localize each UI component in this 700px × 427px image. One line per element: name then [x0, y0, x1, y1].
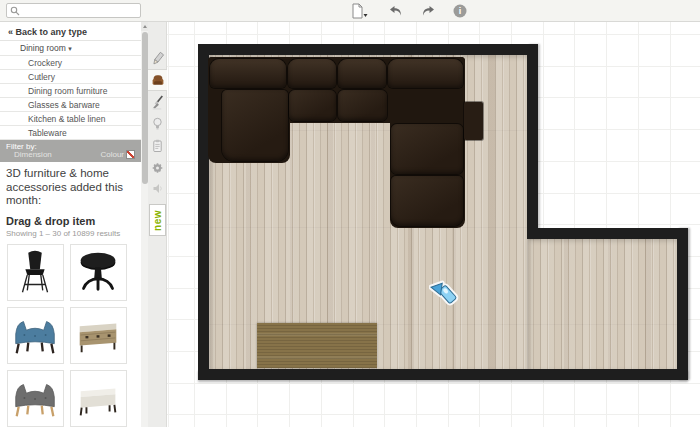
results-count: Showing 1 – 30 of 10899 results — [0, 227, 141, 241]
speaker-icon — [152, 182, 164, 195]
category-dining-room[interactable]: Dining room ▾ — [0, 41, 141, 56]
no-colour-icon — [126, 150, 135, 159]
search-icon — [10, 6, 20, 16]
drag-drop-label: Drag & drop item — [0, 208, 141, 227]
sofa-chaise-cushion — [222, 90, 288, 161]
black-cafe-chair[interactable] — [7, 244, 64, 301]
sofa-seat-cushion — [289, 90, 336, 121]
sound-tool[interactable] — [148, 179, 167, 197]
room-planner-app: i « Back to any type Dining room ▾ Crock… — [0, 0, 700, 427]
wall-right-lower[interactable] — [677, 228, 688, 380]
review-tool[interactable] — [148, 135, 167, 157]
category-crockery[interactable]: Crockery — [0, 56, 141, 70]
floorplan-canvas[interactable] — [167, 22, 700, 427]
category-kitchen-table-linen[interactable]: Kitchen & table linen — [0, 112, 141, 126]
black-round-table[interactable] — [70, 244, 127, 301]
search-box[interactable] — [6, 3, 141, 18]
category-tableware[interactable]: Tableware — [0, 126, 141, 140]
redo-button[interactable] — [418, 2, 438, 20]
sofa-seat-cushion — [391, 124, 463, 174]
sofa-back-cushion — [288, 59, 336, 88]
sofa-seat-cushion — [391, 176, 463, 226]
lightbulb-icon — [151, 117, 164, 131]
gear-icon — [151, 161, 164, 175]
sectional-sofa[interactable] — [208, 57, 465, 228]
sofa-back-cushion — [388, 59, 463, 88]
grey-tufted-bench[interactable] — [7, 370, 64, 427]
search-input[interactable] — [20, 6, 130, 16]
wall-notch[interactable] — [527, 228, 688, 239]
pencil-icon — [151, 51, 165, 66]
category-dining-room-furniture[interactable]: Dining room furniture — [0, 84, 141, 98]
wall-bottom[interactable] — [198, 369, 688, 380]
svg-text:i: i — [459, 6, 462, 16]
paint-tool[interactable] — [148, 91, 167, 113]
storage-bench[interactable] — [70, 307, 127, 364]
scrollbar-thumb[interactable] — [142, 32, 148, 184]
new-badge[interactable]: new — [149, 204, 166, 236]
sofa-seat-cushion — [338, 90, 387, 121]
blue-tufted-bench[interactable] — [7, 307, 64, 364]
walls-tool[interactable] — [148, 47, 167, 69]
mode-toolbar: new — [148, 22, 167, 427]
camera-view-marker[interactable] — [429, 275, 465, 311]
filter-bar: Filter by: Dimension Colour — [0, 140, 141, 162]
sofa-back-cushion — [210, 59, 286, 88]
clipboard-icon — [151, 139, 164, 153]
sidebar: « Back to any type Dining room ▾ Crocker… — [0, 22, 141, 427]
lighting-tool[interactable] — [148, 113, 167, 135]
side-table[interactable] — [464, 102, 483, 140]
promo-heading: 3D furniture & home accessories added th… — [0, 162, 141, 208]
room-floor-extension[interactable] — [527, 239, 677, 369]
info-button[interactable]: i — [450, 2, 470, 20]
undo-button[interactable] — [386, 2, 406, 20]
filter-colour[interactable]: Colour — [100, 150, 135, 159]
filter-dimension[interactable]: Dimension — [14, 150, 52, 159]
wall-right-upper[interactable] — [527, 44, 538, 239]
product-grid — [0, 241, 141, 427]
settings-tool[interactable] — [148, 157, 167, 179]
chevron-down-icon: ▾ — [68, 45, 72, 52]
furniture-tool[interactable] — [148, 69, 167, 91]
armchair-icon — [151, 74, 165, 87]
category-cutlery[interactable]: Cutlery — [0, 70, 141, 84]
wall-top[interactable] — [198, 44, 538, 55]
sidebar-scrollbar[interactable] — [141, 22, 148, 427]
scroll-up-arrow[interactable] — [141, 22, 148, 31]
back-to-any-type-link[interactable]: « Back to any type — [0, 22, 141, 41]
new-design-button[interactable] — [349, 2, 369, 20]
rug[interactable] — [257, 323, 377, 368]
white-ottoman-bench[interactable] — [70, 370, 127, 427]
category-glasses-barware[interactable]: Glasses & barware — [0, 98, 141, 112]
paintbrush-icon — [151, 95, 165, 110]
top-toolbar: i — [0, 0, 700, 22]
sofa-back-cushion — [338, 59, 386, 88]
